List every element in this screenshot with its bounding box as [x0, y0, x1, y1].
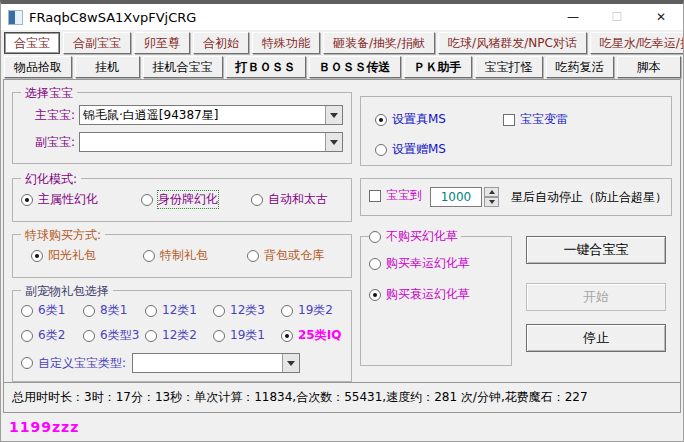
chevron-down-icon	[330, 113, 338, 118]
radio-custom-pet-type[interactable]: 自定义宝宝类型:	[21, 355, 126, 372]
radio-identity-card-morph[interactable]: 身份牌幻化	[141, 191, 251, 208]
radio-pack-6-1[interactable]: 6类1	[21, 302, 83, 319]
tab-pet-fight[interactable]: 宝宝打怪	[475, 56, 543, 78]
radio-label: 不购买幻化草	[386, 228, 458, 245]
custom-pet-type-dropdown-button[interactable]	[282, 354, 299, 372]
radio-icon	[141, 194, 153, 206]
radio-pack-19-2[interactable]: 19类2	[281, 302, 333, 319]
radio-pack-12-1[interactable]: 12类1	[145, 302, 213, 319]
main-pet-dropdown-button[interactable]	[325, 106, 342, 124]
radio-icon	[213, 305, 225, 317]
tab-special-functions[interactable]: 特殊功能	[252, 32, 320, 54]
radio-icon	[21, 330, 33, 342]
radio-set-real-ms[interactable]: 设置真MS	[375, 111, 503, 128]
radio-label: 12类2	[162, 327, 197, 344]
sub-pet-dropdown-button[interactable]	[325, 133, 342, 151]
one-key-combine-button[interactable]: 一键合宝宝	[526, 236, 666, 264]
radio-label: 自动和太古	[268, 191, 328, 208]
radio-special-pack[interactable]: 特制礼包	[143, 247, 247, 264]
group-ball-purchase-title: 特球购买方式:	[21, 227, 105, 244]
radio-pack-12-2[interactable]: 12类2	[145, 327, 213, 344]
radio-buy-lucky-grass[interactable]: 购买幸运幻化草	[369, 255, 507, 272]
tab-eat-star-water[interactable]: 吃星水/吃幸运/捐团	[590, 32, 684, 54]
group-star-stop: 宝宝到 1000 星后自动停止（防止合超星）	[360, 178, 672, 216]
radio-icon	[83, 305, 95, 317]
title-bar: FRaqbC8wSA1XvpFVjCRG — ☐ ✕	[1, 4, 683, 30]
tab-smash-equip-lottery-donate[interactable]: 砸装备/抽奖/捐献	[323, 32, 435, 54]
start-button: 开始	[526, 283, 666, 311]
tab-boss-teleport[interactable]: ＢＯＳＳ传送	[309, 56, 401, 78]
group-select-pet-title: 选择宝宝	[21, 85, 77, 102]
radio-label: 购买幸运幻化草	[386, 255, 470, 272]
minimize-button[interactable]: —	[551, 4, 595, 30]
tab-fight-boss[interactable]: 打ＢＯＳＳ	[226, 56, 306, 78]
radio-pack-6t-3[interactable]: 6类型3	[83, 327, 145, 344]
main-pet-label: 主宝宝:	[19, 107, 75, 124]
tab-item-pickup[interactable]: 物品拾取	[4, 56, 72, 78]
radio-label: 12类1	[162, 302, 197, 319]
radio-icon	[247, 250, 259, 262]
radio-icon	[21, 194, 33, 206]
group-ms-settings: 设置真MS 宝宝变雷 设置赠MS	[360, 96, 672, 166]
radio-auto-taigu[interactable]: 自动和太古	[251, 191, 328, 208]
tab-row-2: 物品拾取 挂机 挂机合宝宝 打ＢＯＳＳ ＢＯＳＳ传送 ＰＫ助手 宝宝打怪 吃药复…	[1, 54, 683, 78]
tab-combine-pet[interactable]: 合宝宝	[4, 32, 60, 54]
radio-label: 购买衰运幻化草	[386, 286, 470, 303]
tab-medicine-revive[interactable]: 吃药复活	[546, 56, 614, 78]
custom-pet-type-combobox[interactable]	[132, 353, 300, 373]
tab-pk-assist[interactable]: ＰＫ助手	[404, 56, 472, 78]
spinner-up-button[interactable]	[484, 187, 499, 197]
tab-mao-supreme[interactable]: 卯至尊	[134, 32, 190, 54]
tab-eat-ball-npc-dialog[interactable]: 吃球/风猪群发/NPC对话	[438, 32, 587, 54]
triangle-up-icon	[489, 190, 495, 194]
radio-label: 19类2	[298, 302, 333, 319]
group-ball-purchase: 特球购买方式: 阳光礼包 特制礼包 背包或仓库	[12, 234, 352, 278]
tab-combine-initial[interactable]: 合初始	[193, 32, 249, 54]
checkbox-label: 宝宝到	[386, 187, 422, 204]
radio-no-buy-grass[interactable]: 不购买幻化草	[369, 228, 461, 245]
radio-icon	[281, 330, 293, 342]
sub-pet-combobox[interactable]	[79, 132, 343, 152]
radio-sunshine-pack[interactable]: 阳光礼包	[31, 247, 143, 264]
chevron-down-icon	[287, 361, 295, 366]
group-sub-pet-pack: 副宠物礼包选择 6类1 8类1 12类1 12类3 19类2 6类2 6类型3 …	[12, 290, 352, 382]
footer-text: 1199zzz	[9, 419, 79, 435]
stop-button[interactable]: 停止	[526, 324, 666, 352]
star-count-input[interactable]: 1000	[430, 187, 482, 207]
radio-pack-12-3[interactable]: 12类3	[213, 302, 281, 319]
radio-icon	[281, 305, 293, 317]
radio-pack-19-1[interactable]: 19类1	[213, 327, 281, 344]
radio-set-gift-ms[interactable]: 设置赠MS	[375, 141, 446, 158]
close-button[interactable]: ✕	[639, 4, 683, 30]
radio-label: 特制礼包	[160, 247, 208, 264]
main-pet-combobox[interactable]: 锦毛鼠·白逍遥[94387星]	[79, 105, 343, 125]
radio-pack-25-iq[interactable]: 25类IQ	[281, 327, 341, 344]
radio-label: 自定义宝宝类型:	[38, 355, 126, 372]
radio-icon	[31, 250, 43, 262]
app-window: FRaqbC8wSA1XvpFVjCRG — ☐ ✕ 合宝宝 合副宝宝 卯至尊 …	[0, 0, 684, 442]
radio-label: 19类1	[230, 327, 265, 344]
group-morph-mode-title: 幻化模式:	[21, 171, 81, 188]
radio-pack-8-1[interactable]: 8类1	[83, 302, 145, 319]
radio-icon	[145, 330, 157, 342]
chevron-down-icon	[330, 140, 338, 145]
tab-afk[interactable]: 挂机	[75, 56, 140, 78]
spinner-down-button[interactable]	[484, 197, 499, 207]
triangle-down-icon	[489, 200, 495, 204]
group-grass: 不购买幻化草 购买幸运幻化草 购买衰运幻化草	[360, 236, 512, 366]
checkbox-pet-to-thunder[interactable]: 宝宝变雷	[503, 111, 568, 128]
radio-icon	[251, 194, 263, 206]
tab-combine-sub-pet[interactable]: 合副宝宝	[63, 32, 131, 54]
radio-buy-unlucky-grass[interactable]: 购买衰运幻化草	[369, 286, 507, 303]
radio-main-attr-morph[interactable]: 主属性幻化	[21, 191, 141, 208]
tab-script[interactable]: 脚本	[617, 56, 682, 78]
tab-afk-combine[interactable]: 挂机合宝宝	[143, 56, 223, 78]
radio-bag-or-warehouse[interactable]: 背包或仓库	[247, 247, 324, 264]
radio-label: 8类1	[100, 302, 127, 319]
star-stop-suffix: 星后自动停止（防止合超星）	[511, 187, 667, 207]
checkbox-pet-reach[interactable]: 宝宝到	[369, 187, 422, 204]
radio-icon	[83, 330, 95, 342]
group-morph-mode: 幻化模式: 主属性幻化 身份牌幻化 自动和太古	[12, 178, 352, 222]
radio-pack-6-2[interactable]: 6类2	[21, 327, 83, 344]
star-count-spinner[interactable]: 1000	[430, 187, 499, 207]
